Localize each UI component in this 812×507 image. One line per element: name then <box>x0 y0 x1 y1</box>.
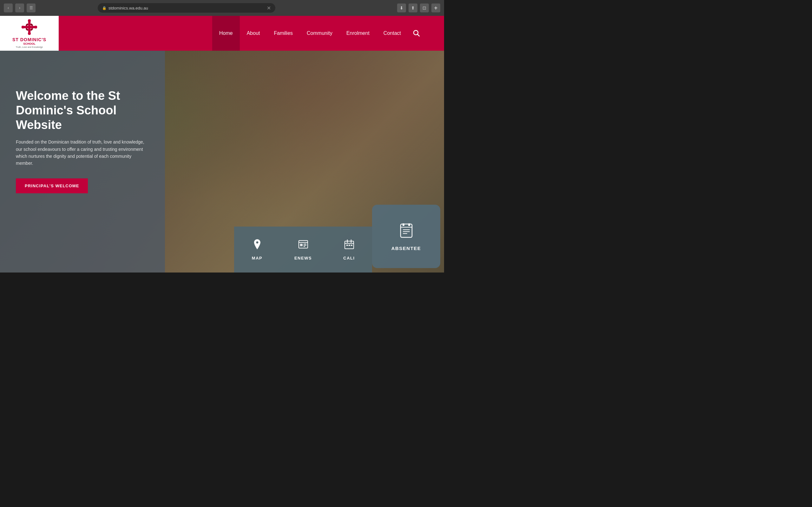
lock-icon: 🔒 <box>102 6 107 10</box>
close-tab-icon[interactable]: ✕ <box>267 5 271 11</box>
website-container: ST DOMINIC'S SCHOOL Truth, Love and Know… <box>0 16 444 273</box>
svg-rect-23 <box>346 245 348 246</box>
school-type: SCHOOL <box>12 42 46 45</box>
nav-enrolment[interactable]: Enrolment <box>339 16 376 51</box>
enews-label: ENEWS <box>294 256 312 261</box>
svg-point-5 <box>34 26 37 29</box>
address-bar[interactable]: 🔒 stdominics.wa.edu.au ✕ <box>98 3 275 13</box>
logo-inner: ST DOMINIC'S SCHOOL Truth, Love and Know… <box>9 16 49 51</box>
cali-label: CALI <box>343 256 355 261</box>
svg-point-2 <box>28 19 31 22</box>
quick-link-enews[interactable]: ENEWS <box>280 227 326 273</box>
principal-welcome-button[interactable]: PRINCIPAL'S WELCOME <box>16 178 88 193</box>
search-button[interactable] <box>408 16 425 51</box>
svg-point-6 <box>28 25 31 29</box>
svg-rect-26 <box>401 224 412 237</box>
enews-icon <box>298 239 309 252</box>
svg-rect-24 <box>349 245 350 246</box>
reader-view-button[interactable]: ☰ <box>27 3 36 12</box>
svg-rect-29 <box>408 223 410 226</box>
search-icon <box>413 30 420 37</box>
nav-home[interactable]: Home <box>212 16 240 51</box>
nav-contact[interactable]: Contact <box>376 16 408 51</box>
new-tab-button[interactable]: + <box>432 3 440 12</box>
hero-description: Founded on the Dominican tradition of tr… <box>16 138 149 167</box>
cali-icon <box>344 239 355 252</box>
fullscreen-button[interactable]: ⊡ <box>420 3 429 12</box>
absentee-label: ABSENTEE <box>392 245 421 251</box>
share-button[interactable]: ⬆ <box>409 3 417 12</box>
svg-point-4 <box>21 26 24 29</box>
forward-button[interactable]: › <box>15 3 24 12</box>
browser-actions: ⬇ ⬆ ⊡ + <box>397 3 440 12</box>
quick-link-cali[interactable]: CALI <box>326 227 372 273</box>
map-label: MAP <box>252 256 262 261</box>
main-nav: Home About Families Community Enrolment … <box>59 16 444 51</box>
svg-rect-28 <box>403 223 404 226</box>
download-button[interactable]: ⬇ <box>397 3 406 12</box>
quick-link-absentee[interactable]: ABSENTEE <box>372 205 440 268</box>
quick-links-container: MAP ENEWS <box>234 205 444 273</box>
school-name: ST DOMINIC'S <box>12 37 46 42</box>
svg-rect-25 <box>351 245 352 246</box>
url-text: stdominics.wa.edu.au <box>108 6 148 10</box>
browser-chrome: ‹ › ☰ 🔒 stdominics.wa.edu.au ✕ ⬇ ⬆ ⊡ + <box>0 0 444 16</box>
svg-point-3 <box>28 32 31 35</box>
site-header: ST DOMINIC'S SCHOOL Truth, Love and Know… <box>0 16 444 51</box>
hero-overlay: Welcome to the St Dominic's School Websi… <box>0 51 165 273</box>
nav-families[interactable]: Families <box>267 16 300 51</box>
nav-about[interactable]: About <box>240 16 267 51</box>
quick-links-row: MAP ENEWS <box>234 227 372 273</box>
hero-title: Welcome to the St Dominic's School Websi… <box>16 89 149 132</box>
logo-container[interactable]: ST DOMINIC'S SCHOOL Truth, Love and Know… <box>0 16 59 51</box>
school-tagline: Truth, Love and Knowledge <box>12 46 46 48</box>
quick-link-map[interactable]: MAP <box>234 227 280 273</box>
map-icon <box>252 239 263 252</box>
absentee-icon <box>398 222 415 241</box>
back-button[interactable]: ‹ <box>4 3 13 12</box>
nav-community[interactable]: Community <box>300 16 339 51</box>
svg-line-12 <box>418 35 420 37</box>
svg-rect-15 <box>300 244 303 246</box>
logo-cross-svg <box>20 18 38 36</box>
